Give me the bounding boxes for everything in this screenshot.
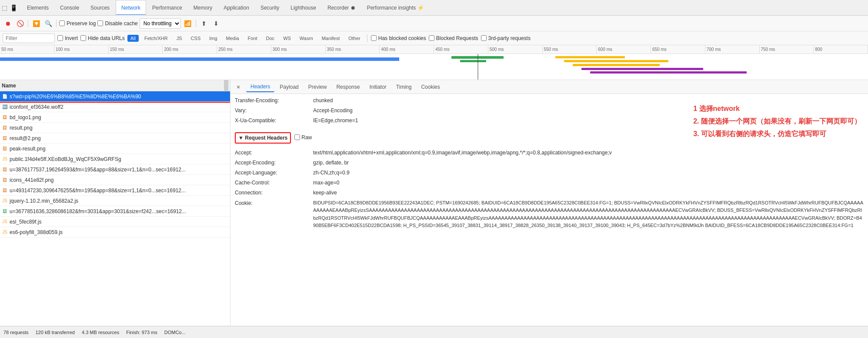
invert-input[interactable] (57, 35, 63, 41)
third-party-label: 3rd-party requests (488, 35, 531, 41)
tab-recorder[interactable]: Recorder ⏺ (322, 0, 361, 15)
request-item-10[interactable]: JS jquery-1.10.2.min_65682a2.js (0, 196, 230, 206)
detail-tab-preview[interactable]: Preview (304, 82, 331, 92)
request-name-12: esl_5fec89f.js (10, 219, 41, 225)
request-item-12[interactable]: JS esl_5fec89f.js (0, 217, 230, 227)
tab-lighthouse[interactable]: Lighthouse (285, 0, 321, 15)
header-value-vary: Accept-Encoding (313, 107, 864, 115)
request-headers-row: ▼ Request Headers Raw (235, 129, 864, 146)
invert-label: Invert (65, 35, 78, 41)
filter-font[interactable]: Font (245, 35, 260, 42)
third-party-checkbox[interactable]: 3rd-party requests (481, 35, 531, 41)
blocked-requests-checkbox[interactable]: Blocked Requests (429, 35, 478, 41)
tab-performance[interactable]: Performance (147, 0, 187, 15)
import-button[interactable]: ⬆ (199, 18, 209, 29)
hide-data-urls-label: Hide data URLs (88, 35, 125, 41)
request-item-6[interactable]: JS public.1f4d4e5ff.XEoBdBJg_WqCF5X9wGRF… (0, 154, 230, 164)
tab-elements[interactable]: Elements (22, 0, 54, 15)
request-item-7[interactable]: 🖼 u=3876177537,196264593&fm=195&app=88&s… (0, 164, 230, 175)
tab-application[interactable]: Application (218, 0, 254, 15)
invert-checkbox[interactable]: Invert (57, 35, 78, 41)
tab-bar: ⬚ 📱 Elements Console Sources Network Per… (0, 0, 868, 16)
status-finish: Finish: 973 ms (126, 330, 157, 335)
request-headers-label: ▼ Request Headers (238, 135, 287, 141)
throttling-select[interactable]: No throttling (140, 18, 181, 29)
detail-close-button[interactable]: × (234, 83, 243, 91)
request-item-2[interactable]: 🖼 bd_logo1.png (0, 112, 230, 123)
blocked-requests-input[interactable] (429, 35, 434, 41)
filter-css[interactable]: CSS (188, 35, 204, 42)
request-headers-section[interactable]: ▼ Request Headers (235, 132, 291, 144)
device-icon[interactable]: 📱 (10, 4, 17, 11)
has-blocked-label: Has blocked cookies (378, 35, 426, 41)
tab-performance-insights[interactable]: Performance insights ⚡ (362, 0, 429, 15)
detail-tab-initiator[interactable]: Initiator (365, 82, 391, 92)
filter-xhr[interactable]: Fetch/XHR (141, 35, 171, 42)
record-button[interactable]: ⏺ (3, 18, 13, 29)
filter-img[interactable]: Img (206, 35, 220, 42)
request-item-1[interactable]: 🔤 iconfont_ef3634e.woff2 (0, 102, 230, 112)
search-button[interactable]: 🔍 (43, 18, 53, 29)
req-header-value-cookie: BIDUPSID=6CA18CB9D8DDE1956B93EE22243A1DE… (313, 199, 864, 230)
third-party-input[interactable] (481, 35, 487, 41)
request-item-4[interactable]: 🖼 result@2.png (0, 133, 230, 144)
header-name-transfer: Transfer-Encoding: (235, 97, 313, 105)
filter-media[interactable]: Media (223, 35, 242, 42)
request-item-11[interactable]: 🖼 u=3677851636,3286086182&fm=3031&app=30… (0, 206, 230, 217)
filter-js[interactable]: JS (174, 35, 185, 42)
disable-cache-checkbox[interactable]: Disable cache (97, 20, 137, 27)
filter-doc[interactable]: Doc (263, 35, 278, 42)
has-blocked-input[interactable] (371, 35, 377, 41)
js-icon-6: JS (2, 156, 8, 162)
request-name-0: s?wd=pip%20%E6%B8%85%E5%8D%8E%E6%BA%90 (10, 94, 141, 100)
tick-9: 500 ms (488, 45, 543, 54)
resize-handle[interactable] (224, 80, 228, 91)
detail-tab-cookies[interactable]: Cookies (417, 82, 444, 92)
request-item-3[interactable]: 🖼 result.png (0, 123, 230, 133)
filter-other[interactable]: Other (345, 35, 364, 42)
request-name-10: jquery-1.10.2.min_65682a2.js (10, 198, 78, 204)
request-item-5[interactable]: 🖼 peak-result.png (0, 144, 230, 154)
request-item-8[interactable]: 🖼 icons_441e82f.png (0, 175, 230, 185)
preserve-log-checkbox[interactable]: Preserve log (59, 20, 96, 27)
disable-cache-input[interactable] (97, 20, 103, 26)
filter-manifest[interactable]: Manifest (319, 35, 343, 42)
has-blocked-checkbox[interactable]: Has blocked cookies (371, 35, 426, 41)
request-list-body[interactable]: 📄 s?wd=pip%20%E6%B8%85%E5%8D%8E%E6%BA%90… (0, 91, 230, 326)
tab-memory[interactable]: Memory (188, 0, 217, 15)
filter-ws[interactable]: WS (280, 35, 294, 42)
wifi-icon[interactable]: 📶 (183, 18, 193, 29)
filter-button[interactable]: 🔽 (31, 18, 41, 29)
inspect-icon[interactable]: ⬚ (2, 4, 7, 11)
tick-12: 650 ms (651, 45, 705, 54)
request-name-13: es6-polyfill_388d059.js (10, 229, 63, 235)
request-name-3: result.png (10, 125, 33, 131)
raw-input[interactable] (294, 134, 300, 140)
request-name-7: u=3876177537,196264593&fm=195&app=88&siz… (10, 167, 186, 173)
tab-security[interactable]: Security (255, 0, 284, 15)
filter-divider (367, 34, 367, 42)
filter-input[interactable] (3, 33, 55, 43)
preserve-log-input[interactable] (59, 20, 65, 26)
hide-data-urls-checkbox[interactable]: Hide data URLs (80, 35, 125, 41)
filter-wasm[interactable]: Wasm (297, 35, 316, 42)
detail-content: Transfer-Encoding: chunked Vary: Accept-… (230, 94, 868, 326)
detail-tab-headers[interactable]: Headers (246, 82, 274, 92)
filter-all[interactable]: All (127, 35, 139, 42)
request-item-0[interactable]: 📄 s?wd=pip%20%E6%B8%85%E5%8D%8E%E6%BA%90 (0, 91, 230, 102)
detail-tab-payload[interactable]: Payload (275, 82, 303, 92)
request-item-9[interactable]: 🖼 u=493147230,3096476255&fm=195&app=88&s… (0, 185, 230, 196)
req-header-cookie: Cookie: BIDUPSID=6CA18CB9D8DDE1956B93EE2… (235, 199, 864, 230)
hide-data-urls-input[interactable] (80, 35, 86, 41)
tab-network[interactable]: Network (116, 0, 146, 15)
font-icon-1: 🔤 (2, 104, 8, 110)
raw-checkbox[interactable]: Raw (294, 134, 312, 141)
timeline-marker (477, 54, 478, 80)
detail-tab-timing[interactable]: Timing (392, 82, 416, 92)
tab-console[interactable]: Console (55, 0, 84, 15)
export-button[interactable]: ⬇ (211, 18, 221, 29)
request-item-13[interactable]: JS es6-polyfill_388d059.js (0, 227, 230, 238)
detail-tab-response[interactable]: Response (332, 82, 364, 92)
tab-sources[interactable]: Sources (85, 0, 115, 15)
clear-button[interactable]: 🚫 (15, 18, 25, 29)
